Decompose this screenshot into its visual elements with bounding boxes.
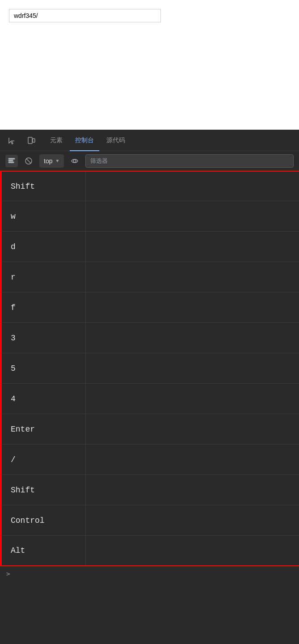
devtools-toolbar: 元素 控制台 源代码 [0, 130, 299, 151]
url-input[interactable] [9, 9, 161, 22]
clear-console-icon[interactable] [5, 155, 18, 167]
value-cell-f [86, 292, 299, 322]
key-row-f: f [0, 292, 299, 323]
value-cell-alt [86, 536, 299, 565]
key-row-3: 3 [0, 323, 299, 353]
key-row-w: w [0, 201, 299, 232]
key-row-4: 4 [0, 384, 299, 414]
context-dropdown[interactable]: top ▼ [39, 154, 64, 168]
key-row-enter: Enter [0, 414, 299, 445]
key-cell-d: d [1, 232, 86, 262]
live-expressions-icon[interactable] [68, 155, 81, 167]
prompt-arrow-icon: > [6, 570, 10, 577]
value-cell-5 [86, 353, 299, 383]
key-row-5: 5 [0, 353, 299, 384]
tab-elements[interactable]: 元素 [45, 130, 68, 151]
svg-rect-0 [28, 137, 32, 144]
key-cell-4: 4 [1, 384, 86, 414]
devtools-toolbar2: top ▼ [0, 151, 299, 171]
key-log-list: Shift w d r f [0, 171, 299, 566]
devtools-panel: 元素 控制台 源代码 to [0, 130, 299, 644]
svg-rect-3 [8, 160, 13, 161]
console-area[interactable]: Shift w d r f [0, 171, 299, 644]
value-cell-enter [86, 414, 299, 444]
chevron-down-icon: ▼ [55, 158, 59, 163]
value-cell-r [86, 262, 299, 292]
key-cell-5: 5 [1, 353, 86, 383]
value-cell-4 [86, 384, 299, 414]
devtools-tabs: 元素 控制台 源代码 [45, 130, 294, 151]
context-label: top [44, 157, 52, 165]
top-area [0, 0, 299, 130]
key-cell-r: r [1, 262, 86, 292]
value-cell-shift1 [86, 172, 299, 201]
svg-rect-1 [33, 139, 35, 142]
key-row-control: Control [0, 505, 299, 536]
tab-sources[interactable]: 源代码 [101, 130, 131, 151]
value-cell-slash [86, 445, 299, 475]
key-row-alt: Alt [0, 536, 299, 566]
device-toggle-icon[interactable] [25, 134, 38, 147]
svg-point-7 [73, 160, 76, 162]
value-cell-w [86, 201, 299, 231]
key-cell-shift2: Shift [1, 475, 86, 505]
filter-input[interactable] [85, 154, 294, 168]
value-cell-d [86, 232, 299, 262]
key-cell-enter: Enter [1, 414, 86, 444]
key-cell-3: 3 [1, 323, 86, 353]
key-cell-slash: / [1, 445, 86, 475]
tab-console[interactable]: 控制台 [70, 130, 99, 151]
svg-rect-2 [8, 158, 15, 159]
svg-line-6 [26, 158, 31, 163]
value-cell-control [86, 505, 299, 535]
block-icon[interactable] [22, 155, 35, 167]
key-cell-f: f [1, 292, 86, 322]
key-row-shift2: Shift [0, 475, 299, 505]
svg-rect-4 [8, 162, 14, 163]
value-cell-3 [86, 323, 299, 353]
key-row-r: r [0, 262, 299, 292]
key-row-shift1: Shift [0, 171, 299, 201]
key-cell-control: Control [1, 505, 86, 535]
key-cell-shift1: Shift [1, 172, 86, 201]
console-prompt-bar: > [0, 566, 299, 581]
key-cell-alt: Alt [1, 536, 86, 565]
select-element-icon[interactable] [5, 134, 18, 147]
key-row-slash: / [0, 445, 299, 475]
value-cell-shift2 [86, 475, 299, 505]
key-cell-w: w [1, 201, 86, 231]
key-row-d: d [0, 232, 299, 262]
